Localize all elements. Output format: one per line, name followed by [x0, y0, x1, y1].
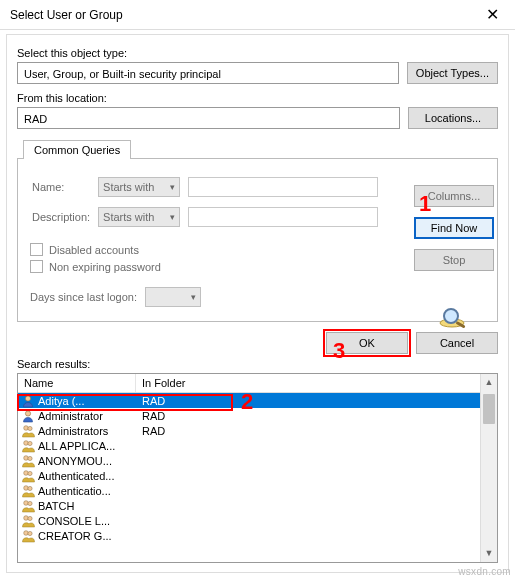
svg-point-14	[28, 486, 32, 490]
column-name[interactable]: Name	[18, 374, 136, 392]
search-results-label: Search results:	[7, 358, 508, 373]
checkbox-icon	[30, 243, 43, 256]
svg-point-18	[28, 516, 32, 520]
description-mode-dropdown[interactable]: Starts with ▾	[98, 207, 180, 227]
scrollbar[interactable]: ▲ ▼	[480, 374, 497, 562]
description-input[interactable]	[188, 207, 378, 227]
svg-point-8	[28, 441, 32, 445]
chevron-down-icon: ▾	[170, 182, 175, 192]
list-item-name: Administrators	[38, 425, 138, 437]
results-header[interactable]: Name In Folder	[18, 374, 497, 393]
svg-point-17	[24, 515, 29, 520]
group-icon	[20, 499, 36, 513]
list-item-name: CONSOLE L...	[38, 515, 138, 527]
callout-1: 1	[419, 191, 431, 217]
object-type-field[interactable]: User, Group, or Built-in security princi…	[17, 62, 399, 84]
list-item[interactable]: BATCH	[18, 498, 497, 513]
titlebar: Select User or Group ✕	[0, 0, 515, 30]
stop-button[interactable]: Stop	[414, 249, 494, 271]
chevron-down-icon: ▾	[170, 212, 175, 222]
object-types-button[interactable]: Object Types...	[407, 62, 498, 84]
list-item-name: ALL APPLICA...	[38, 440, 138, 452]
callout-3: 3	[333, 338, 345, 364]
close-icon[interactable]: ✕	[470, 0, 515, 30]
list-item[interactable]: Authenticatio...	[18, 483, 497, 498]
scroll-thumb[interactable]	[483, 394, 495, 424]
svg-point-1	[444, 309, 458, 323]
svg-point-9	[24, 455, 29, 460]
svg-point-19	[24, 530, 29, 535]
tab-common-queries[interactable]: Common Queries	[23, 140, 131, 159]
list-item[interactable]: ALL APPLICA...	[18, 438, 497, 453]
svg-point-4	[25, 410, 30, 415]
user-icon	[20, 409, 36, 423]
results-listbox[interactable]: Name In Folder Aditya (...RADAdministrat…	[17, 373, 498, 563]
svg-point-20	[28, 531, 32, 535]
list-item[interactable]: ANONYMOU...	[18, 453, 497, 468]
svg-point-7	[24, 440, 29, 445]
svg-point-16	[28, 501, 32, 505]
name-input[interactable]	[188, 177, 378, 197]
svg-point-13	[24, 485, 29, 490]
magnifier-icon	[438, 305, 470, 331]
list-item-folder: RAD	[138, 395, 165, 407]
name-mode-dropdown[interactable]: Starts with ▾	[98, 177, 180, 197]
list-item[interactable]: Authenticated...	[18, 468, 497, 483]
user-icon	[20, 394, 36, 408]
group-icon	[20, 484, 36, 498]
group-icon	[20, 424, 36, 438]
find-now-button[interactable]: Find Now	[414, 217, 494, 239]
list-item-name: Aditya (...	[38, 395, 138, 407]
group-icon	[20, 514, 36, 528]
svg-point-10	[28, 456, 32, 460]
list-item[interactable]: AdministratorRAD	[18, 408, 497, 423]
list-item-name: ANONYMOU...	[38, 455, 138, 467]
checkbox-icon	[30, 260, 43, 273]
list-item-name: CREATOR G...	[38, 530, 138, 542]
list-item-name: Authenticated...	[38, 470, 138, 482]
object-type-label: Select this object type:	[17, 47, 498, 59]
scroll-down-icon[interactable]: ▼	[481, 545, 497, 562]
watermark: wsxdn.com	[458, 566, 511, 577]
description-label: Description:	[32, 203, 96, 231]
locations-button[interactable]: Locations...	[408, 107, 498, 129]
list-item-name: BATCH	[38, 500, 138, 512]
chevron-down-icon: ▾	[191, 292, 196, 302]
days-since-logon-label: Days since last logon:	[30, 291, 137, 303]
list-item-name: Administrator	[38, 410, 138, 422]
svg-point-12	[28, 471, 32, 475]
days-since-logon-dropdown[interactable]: ▾	[145, 287, 201, 307]
from-location-field[interactable]: RAD	[17, 107, 400, 129]
group-icon	[20, 454, 36, 468]
from-location-label: From this location:	[17, 92, 498, 104]
group-icon	[20, 529, 36, 543]
list-item[interactable]: AdministratorsRAD	[18, 423, 497, 438]
list-item[interactable]: Aditya (...RAD	[18, 393, 497, 408]
svg-point-15	[24, 500, 29, 505]
svg-point-5	[24, 425, 29, 430]
callout-2: 2	[241, 389, 253, 415]
dialog-frame: Select this object type: User, Group, or…	[6, 34, 509, 573]
group-icon	[20, 469, 36, 483]
svg-point-3	[25, 395, 30, 400]
list-item[interactable]: CONSOLE L...	[18, 513, 497, 528]
name-label: Name:	[32, 173, 96, 201]
list-item-name: Authenticatio...	[38, 485, 138, 497]
list-item[interactable]: CREATOR G...	[18, 528, 497, 543]
svg-point-6	[28, 426, 32, 430]
column-in-folder[interactable]: In Folder	[136, 374, 497, 392]
list-item-folder: RAD	[138, 410, 165, 422]
svg-point-11	[24, 470, 29, 475]
group-icon	[20, 439, 36, 453]
cancel-button[interactable]: Cancel	[416, 332, 498, 354]
window-title: Select User or Group	[10, 8, 123, 22]
scroll-up-icon[interactable]: ▲	[481, 374, 497, 391]
list-item-folder: RAD	[138, 425, 165, 437]
